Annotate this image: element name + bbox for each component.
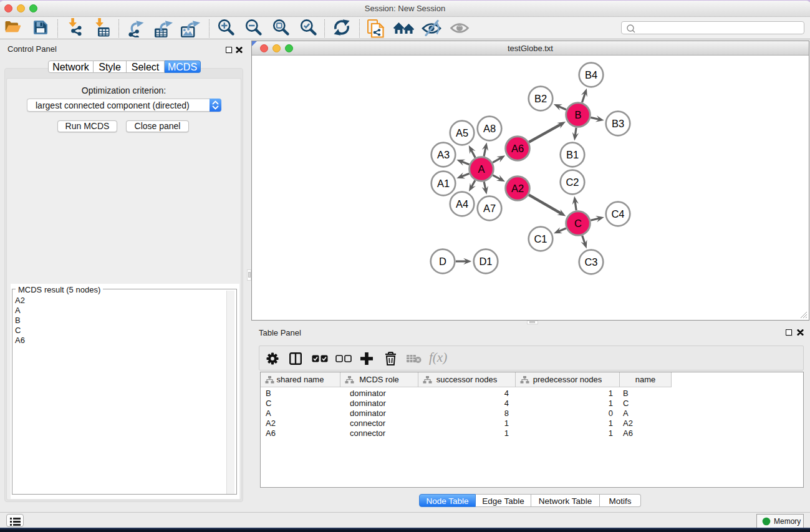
svg-text:A4: A4 <box>456 198 468 210</box>
svg-text:C4: C4 <box>611 208 624 220</box>
svg-text:A2: A2 <box>511 183 524 194</box>
svg-text:A8: A8 <box>483 123 496 134</box>
svg-text:B3: B3 <box>612 118 624 129</box>
svg-text:D: D <box>439 256 446 267</box>
svg-text:B1: B1 <box>566 149 579 160</box>
svg-text:C: C <box>574 218 582 229</box>
svg-text:A: A <box>478 163 485 175</box>
svg-text:C2: C2 <box>566 177 579 188</box>
svg-text:B2: B2 <box>534 93 547 104</box>
svg-text:A7: A7 <box>483 203 496 214</box>
svg-text:C1: C1 <box>534 233 547 244</box>
svg-text:A3: A3 <box>437 149 450 160</box>
svg-text:D1: D1 <box>479 256 492 267</box>
svg-text:A6: A6 <box>511 143 524 154</box>
svg-text:C3: C3 <box>584 256 597 268</box>
svg-text:A1: A1 <box>437 178 450 189</box>
svg-text:B: B <box>574 109 581 120</box>
svg-text:B4: B4 <box>585 69 597 80</box>
svg-text:A5: A5 <box>456 127 468 138</box>
